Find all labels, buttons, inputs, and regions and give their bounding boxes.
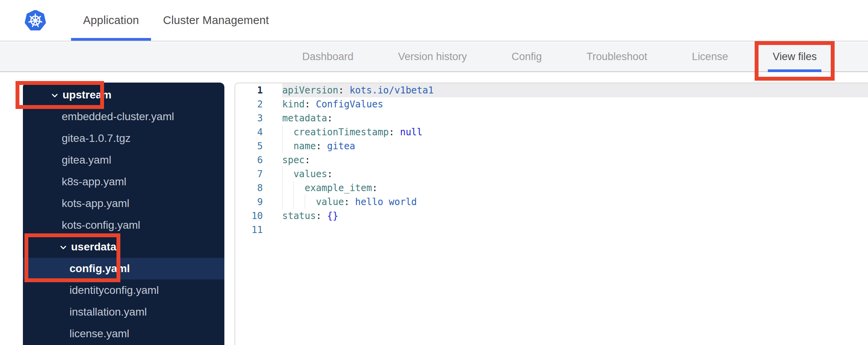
code-text: example_item: [282, 181, 868, 195]
token-key: status [282, 210, 316, 221]
token-value: gitea [327, 141, 355, 152]
subnav-item-license[interactable]: License [683, 42, 736, 71]
file-tree: upstreamembedded-cluster.yamlgitea-1.0.7… [23, 84, 224, 345]
folder-item-userdata[interactable]: userdata [23, 236, 224, 258]
subnav-item-view-files[interactable]: View files [764, 42, 825, 71]
indent-guide [293, 195, 294, 209]
line-number: 10 [235, 209, 282, 223]
code-line-content: creationTimestamp: null [282, 125, 868, 139]
token-punct: : [389, 127, 400, 138]
folder-item-upstream[interactable]: upstream [23, 84, 224, 106]
code-line: 6spec: [235, 153, 868, 167]
line-number: 3 [235, 111, 282, 125]
code-text: status: {} [282, 209, 868, 223]
indent-guide [293, 181, 294, 195]
token-key: creationTimestamp [293, 127, 389, 138]
subnav-item-troubleshoot[interactable]: Troubleshoot [578, 42, 656, 71]
code-text: spec: [282, 153, 868, 167]
file-item-kots-config.yaml[interactable]: kots-config.yaml [23, 214, 224, 236]
file-tree-sidebar: upstreamembedded-cluster.yamlgitea-1.0.7… [23, 83, 224, 345]
code-line: 1apiVersion: kots.io/v1beta1 [235, 83, 868, 97]
code-text: name: gitea [282, 139, 868, 153]
subnav-item-config[interactable]: Config [503, 42, 550, 71]
code-line: 11 [235, 223, 868, 237]
code-text: values: [282, 167, 868, 181]
header-tab-cluster-management[interactable]: Cluster Management [151, 0, 281, 41]
token-value: kots.io/v1beta1 [349, 85, 434, 96]
code-line: 4 creationTimestamp: null [235, 125, 868, 139]
code-line: 10status: {} [235, 209, 868, 223]
chevron-down-icon [50, 90, 59, 100]
code-line-content: values: [282, 167, 868, 181]
code-lines: 1apiVersion: kots.io/v1beta12kind: Confi… [235, 83, 868, 237]
line-number: 7 [235, 167, 282, 181]
file-item-config.yaml[interactable]: config.yaml [23, 258, 224, 279]
code-line: 7 values: [235, 167, 868, 181]
line-number: 5 [235, 139, 282, 153]
code-text: apiVersion: kots.io/v1beta1 [282, 83, 868, 97]
code-line-content: spec: [282, 153, 868, 167]
header-tab-application[interactable]: Application [71, 0, 151, 41]
code-text: kind: ConfigValues [282, 97, 868, 111]
code-text: metadata: [282, 111, 868, 125]
file-item-identityconfig.yaml[interactable]: identityconfig.yaml [23, 279, 224, 301]
line-number: 11 [235, 223, 282, 237]
line-number: 8 [235, 181, 282, 195]
token-key: apiVersion [282, 85, 339, 96]
tree-item-label: kots-app.yaml [62, 197, 129, 210]
top-header: ApplicationCluster Management [0, 0, 868, 41]
tree-item-label: gitea.yaml [62, 154, 111, 166]
header-tabs: ApplicationCluster Management [71, 0, 281, 41]
subnav-item-dashboard[interactable]: Dashboard [294, 42, 362, 71]
file-item-gitea-1.0.7.tgz[interactable]: gitea-1.0.7.tgz [23, 128, 224, 149]
token-punct: : [339, 85, 350, 96]
line-number: 6 [235, 153, 282, 167]
code-text: creationTimestamp: null [282, 125, 868, 139]
line-number: 4 [235, 125, 282, 139]
code-line-content: value: hello world [282, 195, 868, 209]
indent-guide [282, 139, 283, 153]
yaml-editor[interactable]: 1apiVersion: kots.io/v1beta12kind: Confi… [234, 83, 868, 345]
line-number: 2 [235, 97, 282, 111]
token-key: example_item [305, 183, 372, 193]
file-item-k8s-app.yaml[interactable]: k8s-app.yaml [23, 171, 224, 193]
token-punct: : [372, 183, 377, 193]
token-punct: : [327, 113, 333, 124]
line-number: 9 [235, 195, 282, 209]
token-key: values [293, 169, 327, 179]
token-constant: {} [327, 210, 339, 221]
file-item-installation.yaml[interactable]: installation.yaml [23, 301, 224, 323]
code-text: value: hello world [282, 195, 868, 209]
kubernetes-logo-icon [24, 10, 46, 31]
token-punct: : [305, 155, 310, 166]
token-constant: null [400, 127, 422, 138]
tree-item-label: identityconfig.yaml [69, 284, 159, 297]
indent-guide [305, 195, 305, 209]
tree-item-label: config.yaml [69, 262, 130, 275]
subnav-items: DashboardVersion historyConfigTroublesho… [294, 42, 868, 71]
tree-item-label: userdata [71, 241, 116, 253]
code-line-content: example_item: [282, 181, 868, 195]
chevron-down-icon [59, 242, 68, 252]
file-item-license.yaml[interactable]: license.yaml [23, 323, 224, 345]
code-line-content: name: gitea [282, 139, 868, 153]
code-line-content [282, 223, 868, 237]
token-value: ConfigValues [316, 99, 383, 110]
file-item-kots-app.yaml[interactable]: kots-app.yaml [23, 193, 224, 214]
token-punct: : [316, 141, 327, 152]
token-punct: : [316, 210, 327, 221]
kots-admin-console: ApplicationCluster Management DashboardV… [0, 0, 868, 345]
app-subnav: DashboardVersion historyConfigTroublesho… [0, 42, 868, 72]
file-item-gitea.yaml[interactable]: gitea.yaml [23, 149, 224, 171]
tree-item-label: k8s-app.yaml [62, 176, 127, 188]
token-key: name [293, 141, 316, 152]
token-key: value [316, 197, 344, 207]
tree-item-label: installation.yaml [69, 306, 147, 318]
file-item-embedded-cluster.yaml[interactable]: embedded-cluster.yaml [23, 106, 224, 128]
subnav-item-version-history[interactable]: Version history [390, 42, 476, 71]
code-line-content: apiVersion: kots.io/v1beta1 [282, 83, 868, 97]
code-line: 5 name: gitea [235, 139, 868, 153]
indent-guide [282, 167, 283, 181]
line-number: 1 [235, 83, 282, 97]
tree-item-label: upstream [62, 89, 111, 101]
